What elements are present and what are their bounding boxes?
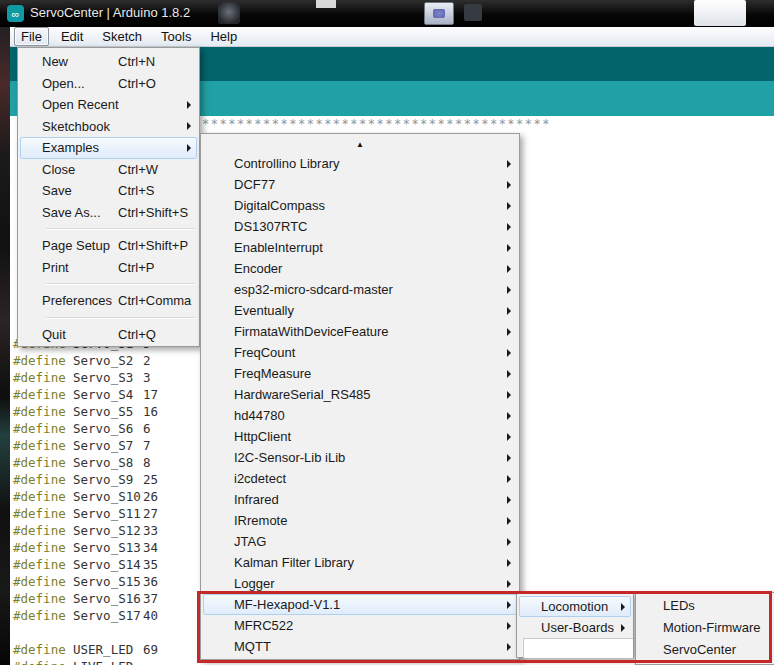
menubar-item[interactable]: Help xyxy=(203,27,244,46)
submenu-arrow-icon xyxy=(187,122,191,130)
submenu-arrow-icon xyxy=(507,580,511,588)
file-menu-item[interactable]: Quit Ctrl+Q xyxy=(20,324,197,346)
file-menu-item[interactable] xyxy=(20,223,197,235)
define-value: 40 xyxy=(143,607,158,624)
menu-item-label: hd44780 xyxy=(234,408,285,423)
define-directive: #define xyxy=(13,420,73,437)
file-menu-item[interactable]: Print Ctrl+P xyxy=(20,257,197,279)
menu-item-label: FirmataWithDeviceFeature xyxy=(234,324,389,339)
examples-menu-item[interactable]: MF-Hexapod-V1.1 xyxy=(203,594,517,615)
arduino-logo-icon: ∞ xyxy=(7,5,24,22)
define-directive: #define xyxy=(13,352,73,369)
examples-menu-item[interactable]: HttpClient xyxy=(203,426,517,447)
define-directive: #define xyxy=(13,505,73,522)
hexapod-submenu: Locomotion User-Boards xyxy=(516,592,634,658)
file-menu-item[interactable]: Save Ctrl+S xyxy=(20,180,197,202)
file-menu-item[interactable]: New Ctrl+N xyxy=(20,51,197,73)
file-menu-item[interactable] xyxy=(20,278,197,290)
examples-menu-item[interactable]: FreqMeasure xyxy=(203,363,517,384)
submenu-arrow-icon xyxy=(621,603,625,611)
menu-item-label: Kalman Filter Library xyxy=(234,555,354,570)
menubar-item[interactable]: Sketch xyxy=(95,27,149,46)
examples-menu-item[interactable]: DCF77 xyxy=(203,174,517,195)
taskbar-thumbnail[interactable] xyxy=(464,4,482,21)
code-line: #defineServo_S66 xyxy=(13,420,158,437)
examples-menu-item[interactable]: Logger xyxy=(203,573,517,594)
menubar-item[interactable]: Tools xyxy=(154,27,198,46)
menu-item-label: FreqMeasure xyxy=(234,366,311,381)
menu-item-label: Infrared xyxy=(234,492,279,507)
examples-menu-item[interactable]: DigitalCompass xyxy=(203,195,517,216)
code-line: #defineServo_S516 xyxy=(13,403,158,420)
menu-item-label: Motion-Firmware xyxy=(663,620,761,635)
examples-menu-item[interactable]: HardwareSerial_RS485 xyxy=(203,384,517,405)
examples-menu-item[interactable]: i2cdetect xyxy=(203,468,517,489)
submenu-arrow-icon xyxy=(507,559,511,567)
examples-menu-item[interactable]: IRremote xyxy=(203,510,517,531)
menu-item-label: DCF77 xyxy=(234,177,275,192)
file-menu-item[interactable]: Sketchbook xyxy=(20,116,197,138)
examples-menu-item[interactable]: Controllino Library xyxy=(203,153,517,174)
define-identifier: Servo_S17 xyxy=(73,607,143,624)
examples-menu-item[interactable]: hd44780 xyxy=(203,405,517,426)
menu-item-label: Print xyxy=(42,260,118,275)
define-directive: #define xyxy=(13,539,73,556)
examples-menu-item[interactable]: FirmataWithDeviceFeature xyxy=(203,321,517,342)
define-identifier: USER_LED xyxy=(73,641,143,658)
code-line: #defineServo_S33 xyxy=(13,369,158,386)
file-menu-item[interactable]: Close Ctrl+W xyxy=(20,159,197,181)
examples-menu-item[interactable]: esp32-micro-sdcard-master xyxy=(203,279,517,300)
examples-menu-item[interactable]: FreqCount xyxy=(203,342,517,363)
file-menu-item[interactable] xyxy=(20,312,197,324)
file-menu-item[interactable]: Preferences Ctrl+Comma xyxy=(20,290,197,312)
submenu-arrow-icon xyxy=(507,496,511,504)
menubar-item[interactable]: File xyxy=(14,27,49,46)
menu-item-label: MFRC522 xyxy=(234,618,293,633)
boards-menu-item[interactable]: Motion-Firmware xyxy=(638,616,772,638)
define-directive: #define xyxy=(13,556,73,573)
code-line: #defineServo_S925 xyxy=(13,471,158,488)
define-directive: #define xyxy=(13,386,73,403)
define-value: 17 xyxy=(143,386,158,403)
menu-item-label: Encoder xyxy=(234,261,282,276)
menu-scroll-up[interactable]: ▲ xyxy=(201,136,519,153)
file-menu-item[interactable]: Page Setup Ctrl+Shift+P xyxy=(20,235,197,257)
code-line: #defineServo_S1435 xyxy=(13,556,158,573)
examples-menu-item[interactable]: Kalman Filter Library xyxy=(203,552,517,573)
examples-submenu: ▲ Controllino Library DCF77 DigitalCompa… xyxy=(200,133,520,660)
define-identifier: Servo_S2 xyxy=(73,352,143,369)
menu-item-label: Open Recent xyxy=(42,97,118,112)
examples-menu-item[interactable]: MFRC522 xyxy=(203,615,517,636)
menu-item-shortcut: Ctrl+O xyxy=(118,76,156,91)
define-identifier: Servo_S4 xyxy=(73,386,143,403)
submenu-arrow-icon xyxy=(507,433,511,441)
menubar-item[interactable]: Edit xyxy=(54,27,90,46)
file-menu-item[interactable]: Save As... Ctrl+Shift+S xyxy=(20,202,197,224)
taskbar-thumbnail[interactable] xyxy=(424,2,454,25)
file-menu-item[interactable]: Open Recent xyxy=(20,94,197,116)
examples-menu-item[interactable]: Infrared xyxy=(203,489,517,510)
taskbar-thumbnail[interactable] xyxy=(316,0,336,8)
taskbar-thumbnail[interactable] xyxy=(218,2,240,24)
file-menu-item[interactable]: Examples xyxy=(20,137,197,159)
menu-item-label: MQTT xyxy=(234,639,271,654)
examples-menu-item[interactable]: DS1307RTC xyxy=(203,216,517,237)
code-block: #defineServo_S15 #defineServo_S22 #defin… xyxy=(13,335,158,665)
menu-item-label: EnableInterrupt xyxy=(234,240,323,255)
examples-menu-item[interactable]: MQTT xyxy=(203,636,517,657)
file-menu: New Ctrl+N Open... Ctrl+O Open Recent Sk… xyxy=(17,47,200,347)
file-menu-item[interactable]: Open... Ctrl+O xyxy=(20,73,197,95)
define-value: 26 xyxy=(143,488,158,505)
hexapod-menu-item[interactable]: Locomotion xyxy=(519,596,631,617)
examples-menu-item[interactable]: Eventually xyxy=(203,300,517,321)
menu-item-shortcut: Ctrl+Comma xyxy=(118,293,191,308)
examples-menu-item[interactable]: EnableInterrupt xyxy=(203,237,517,258)
examples-menu-item[interactable]: Encoder xyxy=(203,258,517,279)
examples-menu-item[interactable]: JTAG xyxy=(203,531,517,552)
submenu-arrow-icon xyxy=(507,244,511,252)
boards-menu-item[interactable]: ServoCenter xyxy=(638,638,772,660)
examples-menu-item[interactable]: I2C-Sensor-Lib iLib xyxy=(203,447,517,468)
hexapod-menu-item[interactable]: User-Boards xyxy=(519,617,631,638)
taskbar-thumbnail[interactable] xyxy=(694,0,746,26)
boards-menu-item[interactable]: LEDs xyxy=(638,594,772,616)
